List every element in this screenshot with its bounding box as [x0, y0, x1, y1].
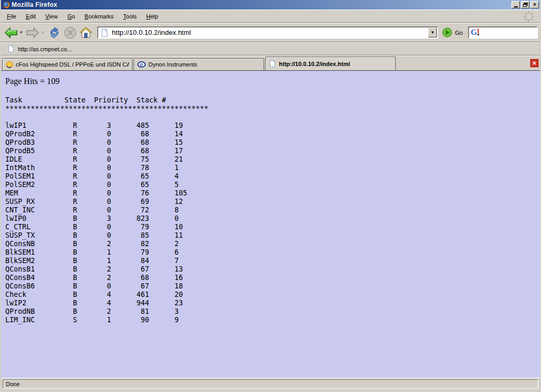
- go-label: Go: [455, 30, 463, 36]
- cfos-icon: [6, 61, 13, 69]
- forward-button[interactable]: ▼: [25, 26, 46, 40]
- go-button[interactable]: Go: [441, 26, 466, 39]
- restore-icon: [523, 3, 528, 7]
- stop-icon: [64, 26, 77, 39]
- search-bar: G▼: [468, 26, 538, 39]
- back-dropdown-caret[interactable]: ▼: [19, 30, 23, 35]
- menu-tools[interactable]: Tools: [118, 11, 142, 22]
- url-input[interactable]: [111, 29, 428, 36]
- tab-dynon[interactable]: D Dynon Instruments: [134, 58, 264, 70]
- status-bar: Done: [1, 378, 540, 390]
- menu-help[interactable]: Help: [142, 11, 163, 22]
- tab-index-html-active[interactable]: http://10.0.10.2/index.html: [265, 57, 396, 70]
- close-tab-icon: ✕: [532, 61, 536, 66]
- navigation-toolbar: ▼ ▼: [1, 23, 540, 42]
- close-icon: ×: [533, 2, 536, 7]
- tab-cfos[interactable]: cFos Highspeed DSL / PPPoE und ISDN CAP.…: [2, 58, 133, 70]
- forward-dropdown-caret[interactable]: ▼: [41, 30, 45, 35]
- svg-text:D: D: [140, 62, 143, 67]
- url-bar: ▼: [97, 26, 438, 39]
- home-icon: [79, 26, 92, 39]
- reload-icon: [48, 26, 61, 39]
- page-content: Page Hits = 109 Task State Priority Stac…: [1, 71, 540, 378]
- tab-label: http://10.0.10.2/index.html: [279, 61, 350, 67]
- reload-button[interactable]: [46, 25, 62, 40]
- page-hits-text: Page Hits = 109: [5, 77, 536, 86]
- search-input[interactable]: [478, 29, 535, 37]
- forward-icon: [26, 27, 40, 39]
- bookmark-label: http://as.cmpnet.co...: [18, 46, 72, 52]
- bookmark-item[interactable]: http://as.cmpnet.co...: [4, 44, 75, 54]
- page-icon: [7, 45, 15, 53]
- dynon-icon: D: [137, 61, 146, 68]
- firefox-icon: [3, 1, 10, 8]
- close-button[interactable]: ×: [530, 1, 539, 8]
- url-dropdown-button[interactable]: ▼: [428, 27, 437, 38]
- page-icon: [269, 60, 276, 68]
- minimize-icon: [514, 6, 518, 7]
- task-table: Task State Priority Stack # ************…: [5, 96, 536, 324]
- menu-view[interactable]: View: [41, 11, 63, 22]
- tab-close-button[interactable]: ✕: [530, 59, 539, 68]
- menu-file[interactable]: File: [2, 11, 21, 22]
- page-icon: [100, 29, 109, 37]
- menu-go[interactable]: Go: [62, 11, 80, 22]
- google-logo-icon[interactable]: G▼: [471, 29, 477, 36]
- bookmarks-toolbar: http://as.cmpnet.co...: [1, 42, 540, 55]
- go-icon: [442, 27, 452, 38]
- tab-label: cFos Highspeed DSL / PPPoE und ISDN CAP.…: [16, 61, 129, 68]
- stop-button[interactable]: [63, 25, 78, 40]
- menu-bookmarks[interactable]: Bookmarks: [80, 11, 118, 22]
- back-icon: [4, 27, 18, 39]
- window-title: Mozilla Firefox: [12, 1, 511, 8]
- tab-label: Dynon Instruments: [148, 61, 197, 68]
- tab-bar: cFos Highspeed DSL / PPPoE und ISDN CAP.…: [1, 55, 540, 71]
- restore-button[interactable]: [521, 1, 529, 8]
- titlebar: Mozilla Firefox ×: [1, 0, 540, 10]
- home-button[interactable]: [78, 25, 94, 40]
- minimize-button[interactable]: [511, 1, 520, 8]
- browser-window: Mozilla Firefox × File Edit View Go Book…: [0, 0, 541, 392]
- menubar: File Edit View Go Bookmarks Tools Help: [1, 10, 540, 23]
- menu-edit[interactable]: Edit: [21, 11, 41, 22]
- throbber-icon: [523, 11, 535, 22]
- window-controls: ×: [511, 1, 539, 8]
- back-button[interactable]: ▼: [3, 26, 24, 40]
- status-text: Done: [3, 379, 538, 389]
